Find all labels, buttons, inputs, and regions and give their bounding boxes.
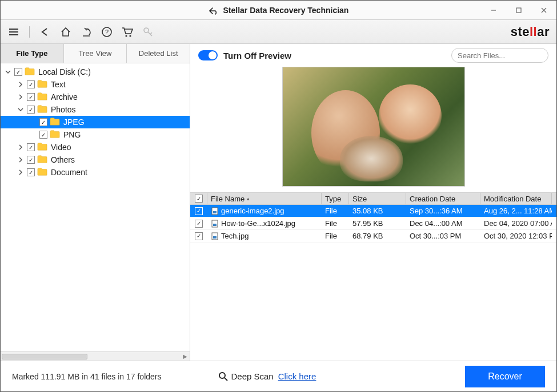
tree-item-others[interactable]: Others xyxy=(1,153,190,166)
tree-item-document[interactable]: Document xyxy=(1,166,190,179)
deep-scan-link[interactable]: Click here xyxy=(278,371,316,381)
scrollbar-thumb[interactable] xyxy=(2,354,87,359)
checkbox[interactable] xyxy=(14,68,22,76)
checkbox[interactable] xyxy=(27,106,35,114)
folder-tree[interactable]: Local Disk (C:)TextArchivePhotosJPEGPNGV… xyxy=(1,63,190,351)
search-box[interactable] xyxy=(451,48,548,63)
checkbox[interactable] xyxy=(27,143,35,151)
menu-icon[interactable] xyxy=(7,26,20,38)
deep-scan-area: Deep Scan Click here xyxy=(218,371,316,382)
preview-toggle[interactable] xyxy=(198,50,218,60)
recover-button[interactable]: Recover xyxy=(465,366,545,387)
select-all-checkbox[interactable] xyxy=(195,195,203,203)
row-checkbox[interactable] xyxy=(195,220,203,228)
folder-icon xyxy=(37,142,47,153)
preview-toggle-label: Turn Off Preview xyxy=(223,51,291,60)
horizontal-scrollbar[interactable]: ▶ xyxy=(1,351,190,361)
tree-item-archive[interactable]: Archive xyxy=(1,91,190,103)
folder-icon xyxy=(50,117,60,128)
chevron-right-icon[interactable] xyxy=(17,168,25,176)
tree-label: JPEG xyxy=(63,118,85,127)
tree-label: Archive xyxy=(51,92,78,102)
column-header-size[interactable]: Size xyxy=(349,193,406,204)
column-header-modification-date[interactable]: Modification Date xyxy=(480,193,552,204)
footer: Marked 111.91 MB in 41 files in 17 folde… xyxy=(1,361,556,391)
cell-modified: Aug 26, 2... 11:28 AM xyxy=(480,207,552,215)
brand-logo: stellar xyxy=(511,25,550,39)
checkbox[interactable] xyxy=(27,156,35,164)
expander-none xyxy=(29,118,37,126)
sidebar: File TypeTree ViewDeleted List Local Dis… xyxy=(1,44,190,361)
svg-point-9 xyxy=(125,35,127,37)
separator xyxy=(29,26,30,38)
toolbar: ? stellar xyxy=(1,20,556,44)
deep-scan-label: Deep Scan xyxy=(231,371,273,381)
maximize-button[interactable] xyxy=(506,1,531,20)
tree-item-jpeg[interactable]: JPEG xyxy=(1,116,190,128)
column-header-creation-date[interactable]: Creation Date xyxy=(406,193,480,204)
chevron-down-icon[interactable] xyxy=(4,68,12,76)
checkbox[interactable] xyxy=(27,93,35,101)
svg-line-21 xyxy=(225,378,227,381)
folder-icon xyxy=(37,167,47,178)
chevron-right-icon[interactable] xyxy=(17,93,25,101)
svg-text:?: ? xyxy=(105,29,109,35)
cell-created: Oct 30...:03 PM xyxy=(406,232,480,240)
column-header-type[interactable]: Type xyxy=(322,193,349,204)
status-text: Marked 111.91 MB in 41 files in 17 folde… xyxy=(12,372,161,381)
cell-created: Sep 30...:36 AM xyxy=(406,207,480,215)
cell-created: Dec 04...:00 AM xyxy=(406,219,480,228)
close-button[interactable] xyxy=(531,1,556,20)
checkbox[interactable] xyxy=(39,131,47,139)
key-icon[interactable] xyxy=(142,26,154,38)
column-header-file-name[interactable]: File Name▴ xyxy=(207,193,322,204)
tree-item-local-disk-c-[interactable]: Local Disk (C:) xyxy=(1,66,190,78)
tree-item-video[interactable]: Video xyxy=(1,141,190,153)
titlebar: Stellar Data Recovery Technician xyxy=(1,1,556,20)
help-icon[interactable]: ? xyxy=(101,26,113,38)
home-icon[interactable] xyxy=(59,26,72,38)
svg-rect-17 xyxy=(213,224,217,226)
cell-modified: Oct 30, 2020 12:03 PM xyxy=(480,232,552,240)
checkbox[interactable] xyxy=(39,118,47,126)
preview-image xyxy=(282,67,465,187)
chevron-right-icon[interactable] xyxy=(17,143,25,151)
row-checkbox[interactable] xyxy=(195,207,203,215)
row-checkbox[interactable] xyxy=(195,232,203,240)
tree-item-photos[interactable]: Photos xyxy=(1,103,190,116)
chevron-right-icon[interactable] xyxy=(17,156,25,164)
sidebar-tab-deleted-list[interactable]: Deleted List xyxy=(127,44,190,63)
cell-size: 68.79 KB xyxy=(349,232,406,240)
minimize-button[interactable] xyxy=(481,1,506,20)
folder-icon xyxy=(37,155,47,165)
chevron-right-icon[interactable] xyxy=(17,80,25,88)
svg-point-10 xyxy=(129,35,131,37)
file-row[interactable]: generic-image2.jpgFile35.08 KBSep 30...:… xyxy=(190,205,556,217)
folder-icon xyxy=(25,67,35,78)
back-arrow-icon xyxy=(209,7,218,15)
search-input[interactable] xyxy=(458,51,554,60)
file-grid-header[interactable]: File Name▴TypeSizeCreation DateModificat… xyxy=(190,192,556,205)
cart-icon[interactable] xyxy=(121,26,134,38)
file-row[interactable]: Tech.jpgFile68.79 KBOct 30...:03 PMOct 3… xyxy=(190,230,556,243)
tree-label: Document xyxy=(51,168,87,177)
microscope-icon[interactable] xyxy=(80,26,93,38)
cell-size: 57.95 KB xyxy=(349,219,406,228)
tree-item-text[interactable]: Text xyxy=(1,78,190,91)
scrollbar-right-arrow[interactable]: ▶ xyxy=(183,353,187,359)
back-icon[interactable] xyxy=(39,26,51,38)
svg-rect-19 xyxy=(213,236,217,239)
cell-size: 35.08 KB xyxy=(349,207,406,215)
file-row[interactable]: How-to-Ge...x1024.jpgFile57.95 KBDec 04.… xyxy=(190,217,556,230)
file-name: generic-image2.jpg xyxy=(221,207,284,215)
window-title: Stellar Data Recovery Technician xyxy=(223,6,348,15)
sidebar-tab-tree-view[interactable]: Tree View xyxy=(64,44,127,63)
tree-label: Local Disk (C:) xyxy=(38,67,91,76)
checkbox[interactable] xyxy=(27,168,35,176)
chevron-down-icon[interactable] xyxy=(17,106,25,114)
sidebar-tab-file-type[interactable]: File Type xyxy=(1,44,64,63)
svg-rect-15 xyxy=(213,211,217,213)
tree-item-png[interactable]: PNG xyxy=(1,128,190,141)
file-name: Tech.jpg xyxy=(221,232,249,240)
checkbox[interactable] xyxy=(27,80,35,88)
